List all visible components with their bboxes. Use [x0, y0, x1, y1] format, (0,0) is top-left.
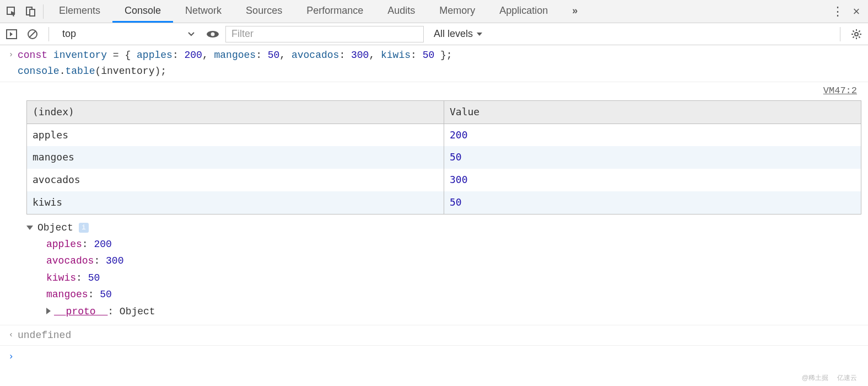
- svg-rect-2: [30, 9, 35, 16]
- tab-sources[interactable]: Sources: [234, 0, 294, 23]
- separator: [48, 27, 49, 41]
- table-row[interactable]: avocados300: [27, 169, 861, 191]
- expand-triangle-right-icon: [46, 308, 51, 314]
- kebab-menu-icon[interactable]: ⋮: [828, 2, 847, 21]
- devtools-tab-strip: Elements Console Network Sources Perform…: [0, 0, 868, 23]
- clear-console-icon[interactable]: [24, 26, 41, 42]
- overflow-tabs-icon[interactable]: »: [560, 0, 590, 23]
- expand-triangle-down-icon: [26, 226, 33, 230]
- svg-line-14: [859, 36, 860, 37]
- tab-console[interactable]: Console: [112, 0, 173, 23]
- caret-down-icon: [476, 32, 483, 36]
- object-toggle[interactable]: Object i: [26, 220, 864, 236]
- table-header-row: (index) Value: [27, 100, 861, 124]
- object-prop[interactable]: apples: 200: [46, 236, 864, 253]
- tab-elements[interactable]: Elements: [47, 0, 112, 23]
- toggle-sidebar-icon[interactable]: [3, 26, 20, 42]
- separator: [840, 27, 840, 41]
- filter-input[interactable]: [225, 26, 424, 42]
- tab-memory[interactable]: Memory: [427, 0, 487, 23]
- output-gutter-icon: ‹: [4, 328, 18, 344]
- tab-audits[interactable]: Audits: [375, 0, 427, 23]
- console-table: (index) Value apples200 mangoes50 avocad…: [26, 100, 861, 215]
- caret-down-icon: [188, 32, 195, 36]
- col-value[interactable]: Value: [444, 100, 861, 124]
- prompt-input[interactable]: [18, 348, 864, 364]
- svg-line-15: [853, 36, 854, 37]
- input-code[interactable]: const inventory = { apples: 200, mangoes…: [18, 47, 864, 79]
- tab-network[interactable]: Network: [173, 0, 234, 23]
- settings-gear-icon[interactable]: [848, 26, 865, 42]
- live-expression-icon[interactable]: [204, 26, 221, 42]
- object-preview: Object i apples: 200 avocados: 300 kiwis…: [0, 219, 868, 325]
- table-row[interactable]: mangoes50: [27, 146, 861, 169]
- execution-context-select[interactable]: top: [57, 26, 200, 42]
- return-value: undefined: [18, 328, 864, 344]
- inspect-element-icon[interactable]: [2, 2, 21, 21]
- svg-line-5: [29, 31, 36, 37]
- svg-line-16: [859, 30, 860, 31]
- vm-source-link[interactable]: VM47:2: [0, 82, 868, 98]
- tab-performance[interactable]: Performance: [294, 0, 375, 23]
- console-toolbar: top All levels: [0, 23, 868, 45]
- device-toolbar-icon[interactable]: [21, 2, 40, 21]
- input-gutter-icon: ›: [4, 47, 18, 79]
- col-index[interactable]: (index): [27, 100, 444, 124]
- object-prop[interactable]: kiwis: 50: [46, 270, 864, 287]
- console-output: › const inventory = { apples: 200, mango…: [0, 45, 868, 367]
- svg-line-13: [853, 30, 854, 31]
- console-return-value: ‹ undefined: [0, 325, 868, 346]
- table-row[interactable]: apples200: [27, 124, 861, 146]
- console-prompt[interactable]: ›: [0, 346, 868, 366]
- close-devtools-icon[interactable]: ×: [847, 2, 866, 21]
- svg-point-8: [855, 33, 858, 36]
- svg-point-7: [211, 32, 215, 36]
- object-head-label: Object: [37, 220, 73, 236]
- tab-application[interactable]: Application: [487, 0, 560, 23]
- prompt-gutter-icon: ›: [4, 348, 18, 364]
- object-proto[interactable]: __proto__: Object: [46, 303, 864, 320]
- log-levels-select[interactable]: All levels: [428, 28, 488, 40]
- log-levels-label: All levels: [434, 28, 473, 40]
- object-info-icon[interactable]: i: [79, 223, 89, 233]
- console-input-echo: › const inventory = { apples: 200, mango…: [0, 45, 868, 82]
- table-row[interactable]: kiwis50: [27, 191, 861, 214]
- separator: [43, 4, 44, 19]
- execution-context-value: top: [62, 28, 76, 40]
- object-prop[interactable]: mangoes: 50: [46, 286, 864, 303]
- object-prop[interactable]: avocados: 300: [46, 253, 864, 270]
